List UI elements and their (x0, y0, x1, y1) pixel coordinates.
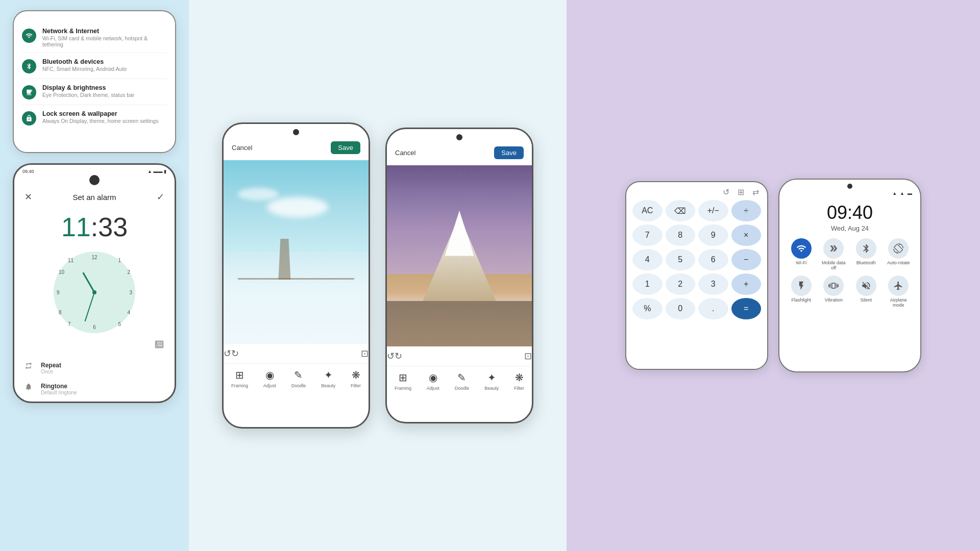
bluetooth-settings-icon (22, 59, 36, 73)
calc-btn-ac[interactable]: AC (632, 200, 663, 221)
photo-cancel-btn-1[interactable]: Cancel (232, 144, 252, 152)
photo-phone-2-notch (456, 134, 462, 140)
calc-btn-2[interactable]: 2 (666, 273, 696, 295)
photo-tool-beauty-2[interactable]: ✦ Beauty (484, 371, 499, 391)
calc-btn-percent[interactable]: % (632, 298, 663, 319)
calc-btn-7[interactable]: 7 (632, 224, 663, 246)
calc-btn-8[interactable]: 8 (666, 224, 696, 246)
calc-btn-plus[interactable]: + (731, 273, 762, 295)
photo-tool-filter-2[interactable]: ❋ Filter (514, 371, 524, 391)
clock-center-dot (92, 290, 96, 294)
qs-tile-airplane[interactable]: Airplane mode (885, 276, 913, 308)
photo-save-btn-1[interactable]: Save (331, 141, 360, 154)
photo-tool-framing-2[interactable]: ⊞ Framing (395, 371, 411, 391)
clock-minute-hand (85, 292, 95, 322)
photo-tools-2: ⊞ Framing ◉ Adjust ✎ Doodle ✦ Beauty ❋ F… (387, 366, 532, 396)
settings-content: Network & Internet Wi-Fi, SIM card & mob… (14, 15, 175, 138)
qs-time: 09:40 (779, 198, 920, 224)
redo-icon-2[interactable]: ↻ (395, 350, 402, 362)
settings-item-display[interactable]: Display & brightness Eye Protection, Dar… (22, 79, 167, 105)
photo-tool-beauty-1[interactable]: ✦ Beauty (321, 369, 335, 388)
photo-tool-adjust-1[interactable]: ◉ Adjust (263, 369, 276, 388)
qs-tiles-grid: Wi-Fi Mobile data off Bluetooth (779, 238, 920, 313)
photo-tool-filter-1[interactable]: ❋ Filter (351, 369, 361, 388)
alarm-time-display: 11:33 (14, 207, 175, 247)
quick-settings-phone: ▲ ▲ ▬ 09:40 Wed, Aug 24 Wi-Fi Mobile dat… (778, 179, 921, 372)
qs-autorotate-icon (888, 238, 909, 259)
calc-btn-6[interactable]: 6 (698, 249, 728, 270)
cloud-2 (238, 188, 279, 201)
repeat-icon (24, 362, 35, 372)
calc-btn-0[interactable]: 0 (666, 298, 696, 319)
qs-statusbar: ▲ ▲ ▬ (779, 189, 920, 198)
alarm-ringtone-row[interactable]: Ringtone Default ringtone (24, 379, 164, 399)
qs-tile-wifi[interactable]: Wi-Fi (788, 238, 815, 270)
alarm-keyboard-icon[interactable] (14, 337, 175, 352)
photo-tool-doodle-1[interactable]: ✎ Doodle (291, 369, 306, 388)
display-icon (22, 85, 36, 99)
calc-btn-5[interactable]: 5 (666, 249, 696, 270)
left-panel: Network & Internet Wi-Fi, SIM card & mob… (0, 0, 189, 551)
alarm-header: ✕ Set an alarm ✓ (14, 187, 175, 207)
photo-editor-phone-1: Cancel Save ↺ ↻ ⊡ ⊞ Framing ◉ Adjust (222, 122, 370, 429)
calc-grid-icon[interactable]: ⊞ (738, 187, 744, 197)
undo-icon-1[interactable]: ↺ (224, 348, 231, 359)
calc-btn-9[interactable]: 9 (698, 224, 728, 246)
qs-bluetooth-icon (856, 238, 876, 259)
ringtone-icon (24, 383, 35, 393)
alarm-title: Set an alarm (72, 193, 116, 202)
calc-btn-multiply[interactable]: × (731, 224, 762, 246)
photo-tool-framing-1[interactable]: ⊞ Framing (231, 369, 248, 388)
photo-sky-image (224, 160, 369, 344)
calc-btn-4[interactable]: 4 (632, 249, 663, 270)
qs-silent-icon (856, 276, 876, 296)
settings-item-lockscreen[interactable]: Lock screen & wallpaper Always On Displa… (22, 105, 167, 131)
aspect-icon-1[interactable]: ⊡ (361, 348, 369, 359)
alarm-close-icon[interactable]: ✕ (24, 191, 32, 203)
calc-toolbar: ↺ ⊞ ⇄ (626, 182, 767, 200)
qs-tile-auto-rotate[interactable]: Auto-rotate (885, 238, 913, 270)
qs-tile-flashlight[interactable]: Flashlight (788, 276, 815, 308)
calc-btn-1[interactable]: 1 (632, 273, 663, 295)
mountain-foreground (387, 301, 532, 346)
qs-phone-notch (847, 184, 852, 189)
photo-toolbar-1: ↺ ↻ ⊡ (224, 344, 369, 364)
qs-airplane-icon (888, 276, 909, 296)
settings-text-lockscreen: Lock screen & wallpaper Always On Displa… (42, 110, 158, 124)
photo-cancel-btn-2[interactable]: Cancel (395, 149, 415, 157)
aspect-icon-2[interactable]: ⊡ (524, 350, 532, 362)
calc-btn-minus[interactable]: − (731, 249, 762, 270)
alarm-check-icon[interactable]: ✓ (157, 191, 164, 203)
photo-header-2: Cancel Save (387, 140, 532, 165)
qs-tile-bluetooth[interactable]: Bluetooth (852, 238, 880, 270)
alarm-phone: 09:40 ▲ ▬▬ ▮ ✕ Set an alarm ✓ 11:33 12 3… (13, 163, 176, 403)
photo-tool-doodle-2[interactable]: ✎ Doodle (455, 371, 470, 391)
calc-history-icon[interactable]: ↺ (723, 187, 729, 197)
calc-btn-3[interactable]: 3 (698, 273, 728, 295)
calc-btn-plusminus[interactable]: +/− (698, 200, 728, 221)
photo-editor-phone-2: Cancel Save ↺ ↻ ⊡ ⊞ Framing ◉ Adjust (385, 128, 533, 423)
redo-icon-1[interactable]: ↻ (231, 348, 239, 359)
settings-item-network[interactable]: Network & Internet Wi-Fi, SIM card & mob… (22, 22, 167, 53)
calc-btn-decimal[interactable]: . (698, 298, 728, 319)
qs-tile-silent[interactable]: Silent (852, 276, 880, 308)
clock-face-container: 12 3 6 9 1 11 10 8 7 5 4 2 (14, 252, 175, 333)
photo-tool-adjust-2[interactable]: ◉ Adjust (427, 371, 439, 391)
calc-btn-divide[interactable]: ÷ (731, 200, 762, 221)
settings-text-network: Network & Internet Wi-Fi, SIM card & mob… (42, 28, 167, 47)
undo-icon-2[interactable]: ↺ (387, 350, 395, 362)
photo-header-1: Cancel Save (224, 135, 369, 160)
qs-tile-mobile-data[interactable]: Mobile data off (820, 238, 848, 270)
calc-btn-equals[interactable]: = (731, 298, 762, 319)
alarm-repeat-row[interactable]: Repeat Once (24, 358, 164, 379)
calc-mode-icon[interactable]: ⇄ (752, 187, 759, 197)
qs-wifi-status-icon: ▲ (900, 191, 904, 196)
calc-btn-backspace[interactable]: ⌫ (666, 200, 696, 221)
photo-save-btn-2[interactable]: Save (494, 146, 524, 159)
settings-item-bluetooth[interactable]: Bluetooth & devices NFC, Smart Mirroring… (22, 53, 167, 79)
mountain-image (387, 165, 532, 346)
qs-tile-vibration[interactable]: Vibration (820, 276, 848, 308)
photo-phone-1-notch (293, 129, 299, 135)
lock-icon (22, 111, 36, 126)
settings-text-display: Display & brightness Eye Protection, Dar… (42, 84, 134, 98)
